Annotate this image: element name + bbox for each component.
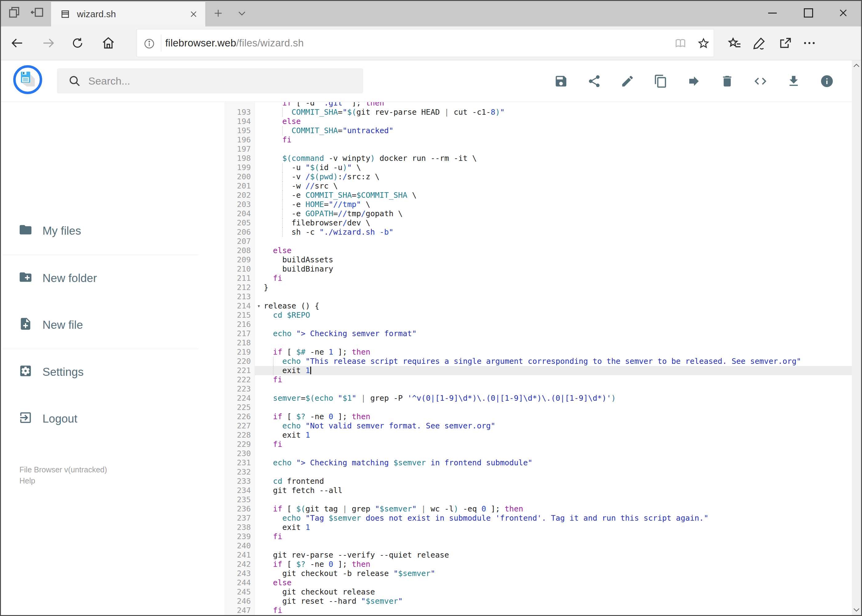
- page-scrollbar[interactable]: [852, 60, 861, 615]
- code-line-230[interactable]: 230: [200, 449, 852, 458]
- code-line-239[interactable]: 239 fi: [200, 532, 852, 541]
- help-link[interactable]: Help: [19, 475, 35, 486]
- code-line-228[interactable]: 228 exit 1: [200, 431, 852, 440]
- code-line-244[interactable]: 244 else: [200, 578, 852, 588]
- minimize-button[interactable]: [758, 3, 786, 23]
- code-line-197[interactable]: 197: [200, 145, 852, 154]
- code-line-227[interactable]: 227 echo "Not valid semver format. See s…: [200, 421, 852, 431]
- info-button[interactable]: [820, 74, 834, 88]
- code-line-203[interactable]: 203 -e HOME="//tmp" \: [200, 200, 852, 209]
- more-options-icon[interactable]: [795, 29, 824, 57]
- code-button[interactable]: [753, 74, 767, 88]
- code-line-206[interactable]: 206 sh -c "./wizard.sh -b": [200, 228, 852, 237]
- code-line-211[interactable]: 211 fi: [200, 274, 852, 283]
- tab-close-icon[interactable]: [189, 10, 198, 19]
- code-line-223[interactable]: 223: [200, 384, 852, 394]
- forward-icon[interactable]: [35, 29, 63, 57]
- code-line-214[interactable]: 214▾release () {: [200, 302, 852, 311]
- code-editor[interactable]: if [ -d ".git" ]; then193 COMMIT_SHA="$(…: [200, 102, 852, 616]
- code-line-207[interactable]: 207: [200, 237, 852, 246]
- fold-marker-icon[interactable]: ▾: [255, 302, 263, 311]
- code-line-218[interactable]: 218: [200, 338, 852, 347]
- sidebar-item-logout[interactable]: Logout: [19, 408, 77, 430]
- address-bar[interactable]: filebrowser.web/files/wizard.sh: [137, 29, 714, 57]
- code-line-196[interactable]: 196 fi: [200, 135, 852, 145]
- code-line-213[interactable]: 213: [200, 292, 852, 302]
- home-icon[interactable]: [94, 29, 123, 57]
- code-line-236[interactable]: 236 if [ $(git tag | grep "$semver" | wc…: [200, 504, 852, 514]
- code-line-233[interactable]: 233 cd frontend: [200, 477, 852, 486]
- sidebar-item-new-file[interactable]: New file: [19, 314, 83, 336]
- code-line-193[interactable]: 193 COMMIT_SHA="$(git rev-parse HEAD | c…: [200, 108, 852, 117]
- code-line-232[interactable]: 232: [200, 467, 852, 477]
- code-line-201[interactable]: 201 -w //src \: [200, 181, 852, 191]
- refresh-icon[interactable]: [63, 29, 92, 57]
- sidebar-item-new-folder[interactable]: New folder: [19, 267, 97, 289]
- code-line-195[interactable]: 195 COMMIT_SHA="untracked": [200, 126, 852, 135]
- code-line-208[interactable]: 208 else: [200, 246, 852, 255]
- save-button[interactable]: [554, 74, 568, 88]
- favorites-hub-icon[interactable]: [720, 29, 749, 57]
- copy-button[interactable]: [654, 74, 668, 88]
- code-line-216[interactable]: 216: [200, 320, 852, 329]
- share-button[interactable]: [587, 74, 601, 88]
- search-box[interactable]: [57, 68, 363, 93]
- filebrowser-logo[interactable]: [12, 64, 43, 95]
- code-line-225[interactable]: 225: [200, 403, 852, 412]
- new-tab-icon[interactable]: [209, 6, 227, 21]
- sidebar-item-my-files[interactable]: My files: [19, 220, 81, 242]
- code-line-224[interactable]: 224 semver=$(echo "$1" | grep -P '^v(0|[…: [200, 394, 852, 403]
- code-line-204[interactable]: 204 -e GOPATH=//tmp/gopath \: [200, 209, 852, 218]
- code-line-231[interactable]: 231 echo "> Checking matching $semver in…: [200, 458, 852, 467]
- set-tabs-aside-icon[interactable]: [29, 4, 45, 20]
- code-line-234[interactable]: 234 git fetch --all: [200, 486, 852, 495]
- reading-view-icon[interactable]: [673, 36, 687, 50]
- code-line-245[interactable]: 245 git checkout release: [200, 588, 852, 597]
- code-line-247[interactable]: 247 fi: [200, 606, 852, 615]
- scroll-down-icon[interactable]: [852, 605, 861, 615]
- code-line-198[interactable]: 198 $(command -v winpty) docker run --rm…: [200, 154, 852, 163]
- code-line-238[interactable]: 238 exit 1: [200, 523, 852, 532]
- code-line-217[interactable]: 217 echo "> Checking semver format": [200, 329, 852, 338]
- code-line-215[interactable]: 215 cd $REPO: [200, 311, 852, 320]
- code-line-229[interactable]: 229 fi: [200, 440, 852, 449]
- edit-button[interactable]: [621, 74, 635, 88]
- browser-tab[interactable]: wizard.sh: [51, 2, 205, 27]
- code-line-237[interactable]: 237 echo "Tag $semver does not exist in …: [200, 514, 852, 523]
- code-line-210[interactable]: 210 buildBinary: [200, 264, 852, 274]
- code-line-226[interactable]: 226 if [ $? -ne 0 ]; then: [200, 412, 852, 421]
- line-number: 228: [224, 431, 251, 440]
- code-line-partial[interactable]: if [ -d ".git" ]; then: [200, 102, 852, 108]
- code-line-243[interactable]: 243 git checkout -b release "$semver": [200, 569, 852, 578]
- code-line-222[interactable]: 222 fi: [200, 375, 852, 384]
- download-button[interactable]: [786, 74, 801, 88]
- code-line-219[interactable]: 219 if [ $# -ne 1 ]; then: [200, 347, 852, 357]
- code-line-235[interactable]: 235: [200, 495, 852, 504]
- code-line-246[interactable]: 246 git reset --hard "$semver": [200, 597, 852, 606]
- code-line-242[interactable]: 242 if [ $? -ne 0 ]; then: [200, 560, 852, 569]
- tab-preview-icon[interactable]: [6, 4, 22, 20]
- move-button[interactable]: [687, 74, 701, 88]
- code-line-209[interactable]: 209 buildAssets: [200, 255, 852, 264]
- web-notes-pen-icon[interactable]: [745, 29, 773, 57]
- code-line-241[interactable]: 241 git rev-parse --verify --quiet relea…: [200, 550, 852, 560]
- close-button[interactable]: [829, 3, 857, 23]
- code-line-240[interactable]: 240: [200, 541, 852, 550]
- maximize-button[interactable]: [794, 3, 823, 23]
- code-line-194[interactable]: 194 else: [200, 117, 852, 126]
- code-line-221[interactable]: 221 exit 1: [200, 366, 852, 375]
- site-info-icon[interactable]: [142, 37, 156, 50]
- code-line-199[interactable]: 199 -u "$(id -u)" \: [200, 163, 852, 172]
- code-line-205[interactable]: 205 filebrowser/dev \: [200, 218, 852, 228]
- tab-list-chevron-icon[interactable]: [233, 6, 251, 21]
- search-input[interactable]: [88, 75, 341, 87]
- back-icon[interactable]: [3, 29, 31, 57]
- code-line-200[interactable]: 200 -v /$(pwd):/src:z \: [200, 172, 852, 181]
- delete-button[interactable]: [720, 74, 734, 88]
- code-line-220[interactable]: 220 echo "This release script requires a…: [200, 357, 852, 366]
- favorite-star-icon[interactable]: [697, 36, 711, 50]
- code-line-212[interactable]: 212}: [200, 283, 852, 292]
- sidebar-item-settings[interactable]: Settings: [19, 361, 84, 383]
- code-line-202[interactable]: 202 -e COMMIT_SHA=$COMMIT_SHA \: [200, 191, 852, 200]
- scroll-up-icon[interactable]: [852, 60, 861, 71]
